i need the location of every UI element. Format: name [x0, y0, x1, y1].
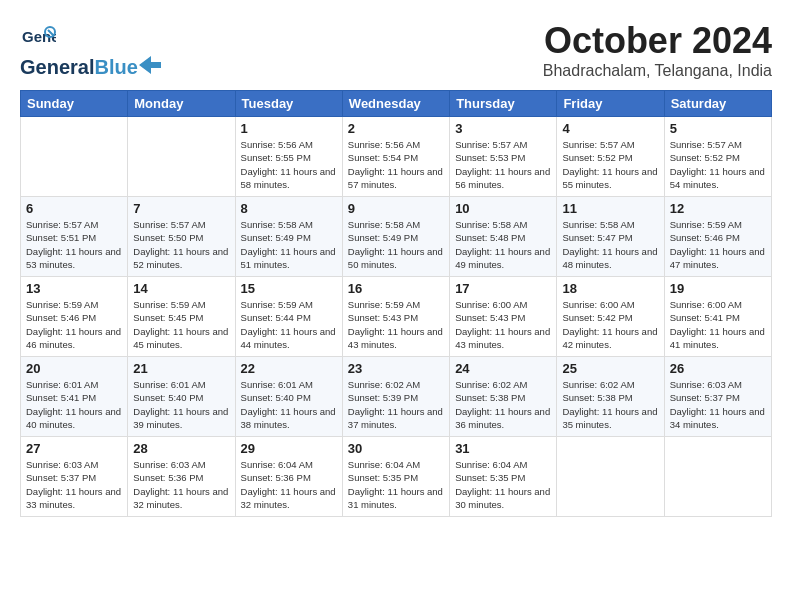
- day-number: 27: [26, 441, 122, 456]
- day-info: Sunrise: 6:03 AM Sunset: 5:37 PM Dayligh…: [26, 458, 122, 511]
- calendar-cell: 12Sunrise: 5:59 AM Sunset: 5:46 PM Dayli…: [664, 197, 771, 277]
- calendar-week-row: 1Sunrise: 5:56 AM Sunset: 5:55 PM Daylig…: [21, 117, 772, 197]
- day-info: Sunrise: 6:01 AM Sunset: 5:41 PM Dayligh…: [26, 378, 122, 431]
- calendar-table: SundayMondayTuesdayWednesdayThursdayFrid…: [20, 90, 772, 517]
- day-info: Sunrise: 6:04 AM Sunset: 5:35 PM Dayligh…: [455, 458, 551, 511]
- day-info: Sunrise: 5:58 AM Sunset: 5:49 PM Dayligh…: [348, 218, 444, 271]
- day-number: 12: [670, 201, 766, 216]
- day-info: Sunrise: 5:56 AM Sunset: 5:55 PM Dayligh…: [241, 138, 337, 191]
- day-number: 15: [241, 281, 337, 296]
- day-info: Sunrise: 5:59 AM Sunset: 5:44 PM Dayligh…: [241, 298, 337, 351]
- calendar-cell: 7Sunrise: 5:57 AM Sunset: 5:50 PM Daylig…: [128, 197, 235, 277]
- day-number: 9: [348, 201, 444, 216]
- calendar-cell: 5Sunrise: 5:57 AM Sunset: 5:52 PM Daylig…: [664, 117, 771, 197]
- day-number: 10: [455, 201, 551, 216]
- day-info: Sunrise: 6:01 AM Sunset: 5:40 PM Dayligh…: [133, 378, 229, 431]
- title-block: October 2024 Bhadrachalam, Telangana, In…: [543, 20, 772, 80]
- weekday-header: Tuesday: [235, 91, 342, 117]
- calendar-cell: 20Sunrise: 6:01 AM Sunset: 5:41 PM Dayli…: [21, 357, 128, 437]
- calendar-cell: 10Sunrise: 5:58 AM Sunset: 5:48 PM Dayli…: [450, 197, 557, 277]
- day-number: 30: [348, 441, 444, 456]
- day-info: Sunrise: 6:03 AM Sunset: 5:36 PM Dayligh…: [133, 458, 229, 511]
- logo-arrow-icon: [139, 56, 161, 74]
- calendar-week-row: 6Sunrise: 5:57 AM Sunset: 5:51 PM Daylig…: [21, 197, 772, 277]
- day-number: 23: [348, 361, 444, 376]
- day-number: 17: [455, 281, 551, 296]
- calendar-cell: 23Sunrise: 6:02 AM Sunset: 5:39 PM Dayli…: [342, 357, 449, 437]
- day-number: 8: [241, 201, 337, 216]
- calendar-cell: 29Sunrise: 6:04 AM Sunset: 5:36 PM Dayli…: [235, 437, 342, 517]
- calendar-cell: 11Sunrise: 5:58 AM Sunset: 5:47 PM Dayli…: [557, 197, 664, 277]
- day-info: Sunrise: 5:59 AM Sunset: 5:45 PM Dayligh…: [133, 298, 229, 351]
- calendar-cell: [128, 117, 235, 197]
- calendar-cell: [21, 117, 128, 197]
- calendar-cell: [664, 437, 771, 517]
- svg-marker-3: [139, 56, 161, 74]
- day-number: 22: [241, 361, 337, 376]
- weekday-header: Saturday: [664, 91, 771, 117]
- day-number: 28: [133, 441, 229, 456]
- day-info: Sunrise: 6:04 AM Sunset: 5:36 PM Dayligh…: [241, 458, 337, 511]
- day-number: 7: [133, 201, 229, 216]
- day-number: 20: [26, 361, 122, 376]
- day-number: 29: [241, 441, 337, 456]
- calendar-cell: 18Sunrise: 6:00 AM Sunset: 5:42 PM Dayli…: [557, 277, 664, 357]
- calendar-cell: 14Sunrise: 5:59 AM Sunset: 5:45 PM Dayli…: [128, 277, 235, 357]
- calendar-week-row: 13Sunrise: 5:59 AM Sunset: 5:46 PM Dayli…: [21, 277, 772, 357]
- day-number: 2: [348, 121, 444, 136]
- calendar-cell: 3Sunrise: 5:57 AM Sunset: 5:53 PM Daylig…: [450, 117, 557, 197]
- day-info: Sunrise: 5:58 AM Sunset: 5:47 PM Dayligh…: [562, 218, 658, 271]
- day-info: Sunrise: 5:56 AM Sunset: 5:54 PM Dayligh…: [348, 138, 444, 191]
- calendar-header-row: SundayMondayTuesdayWednesdayThursdayFrid…: [21, 91, 772, 117]
- day-info: Sunrise: 6:02 AM Sunset: 5:39 PM Dayligh…: [348, 378, 444, 431]
- calendar-cell: 22Sunrise: 6:01 AM Sunset: 5:40 PM Dayli…: [235, 357, 342, 437]
- calendar-cell: 19Sunrise: 6:00 AM Sunset: 5:41 PM Dayli…: [664, 277, 771, 357]
- day-info: Sunrise: 5:59 AM Sunset: 5:46 PM Dayligh…: [26, 298, 122, 351]
- weekday-header: Monday: [128, 91, 235, 117]
- calendar-cell: 2Sunrise: 5:56 AM Sunset: 5:54 PM Daylig…: [342, 117, 449, 197]
- day-info: Sunrise: 5:57 AM Sunset: 5:50 PM Dayligh…: [133, 218, 229, 271]
- day-info: Sunrise: 5:57 AM Sunset: 5:53 PM Dayligh…: [455, 138, 551, 191]
- weekday-header: Friday: [557, 91, 664, 117]
- logo-general: General: [20, 56, 94, 79]
- calendar-cell: 30Sunrise: 6:04 AM Sunset: 5:35 PM Dayli…: [342, 437, 449, 517]
- day-info: Sunrise: 5:59 AM Sunset: 5:46 PM Dayligh…: [670, 218, 766, 271]
- calendar-cell: 9Sunrise: 5:58 AM Sunset: 5:49 PM Daylig…: [342, 197, 449, 277]
- day-info: Sunrise: 6:00 AM Sunset: 5:41 PM Dayligh…: [670, 298, 766, 351]
- day-info: Sunrise: 5:58 AM Sunset: 5:49 PM Dayligh…: [241, 218, 337, 271]
- calendar-cell: 26Sunrise: 6:03 AM Sunset: 5:37 PM Dayli…: [664, 357, 771, 437]
- weekday-header: Thursday: [450, 91, 557, 117]
- calendar-cell: 13Sunrise: 5:59 AM Sunset: 5:46 PM Dayli…: [21, 277, 128, 357]
- day-number: 4: [562, 121, 658, 136]
- calendar-cell: 28Sunrise: 6:03 AM Sunset: 5:36 PM Dayli…: [128, 437, 235, 517]
- calendar-cell: 24Sunrise: 6:02 AM Sunset: 5:38 PM Dayli…: [450, 357, 557, 437]
- day-number: 21: [133, 361, 229, 376]
- calendar-cell: 8Sunrise: 5:58 AM Sunset: 5:49 PM Daylig…: [235, 197, 342, 277]
- day-info: Sunrise: 6:02 AM Sunset: 5:38 PM Dayligh…: [562, 378, 658, 431]
- calendar-cell: 25Sunrise: 6:02 AM Sunset: 5:38 PM Dayli…: [557, 357, 664, 437]
- calendar-cell: 6Sunrise: 5:57 AM Sunset: 5:51 PM Daylig…: [21, 197, 128, 277]
- day-info: Sunrise: 5:59 AM Sunset: 5:43 PM Dayligh…: [348, 298, 444, 351]
- day-info: Sunrise: 6:01 AM Sunset: 5:40 PM Dayligh…: [241, 378, 337, 431]
- day-info: Sunrise: 5:57 AM Sunset: 5:52 PM Dayligh…: [670, 138, 766, 191]
- day-number: 6: [26, 201, 122, 216]
- calendar-cell: 27Sunrise: 6:03 AM Sunset: 5:37 PM Dayli…: [21, 437, 128, 517]
- day-number: 5: [670, 121, 766, 136]
- location: Bhadrachalam, Telangana, India: [543, 62, 772, 80]
- day-number: 13: [26, 281, 122, 296]
- logo-blue: Blue: [94, 56, 137, 79]
- calendar-cell: 15Sunrise: 5:59 AM Sunset: 5:44 PM Dayli…: [235, 277, 342, 357]
- day-number: 26: [670, 361, 766, 376]
- calendar-cell: 17Sunrise: 6:00 AM Sunset: 5:43 PM Dayli…: [450, 277, 557, 357]
- month-title: October 2024: [543, 20, 772, 62]
- calendar-week-row: 27Sunrise: 6:03 AM Sunset: 5:37 PM Dayli…: [21, 437, 772, 517]
- day-number: 14: [133, 281, 229, 296]
- day-number: 24: [455, 361, 551, 376]
- logo-icon: General: [20, 20, 56, 56]
- logo: General General Blue: [20, 20, 161, 79]
- day-info: Sunrise: 6:02 AM Sunset: 5:38 PM Dayligh…: [455, 378, 551, 431]
- day-info: Sunrise: 5:57 AM Sunset: 5:51 PM Dayligh…: [26, 218, 122, 271]
- day-number: 11: [562, 201, 658, 216]
- calendar-week-row: 20Sunrise: 6:01 AM Sunset: 5:41 PM Dayli…: [21, 357, 772, 437]
- day-number: 18: [562, 281, 658, 296]
